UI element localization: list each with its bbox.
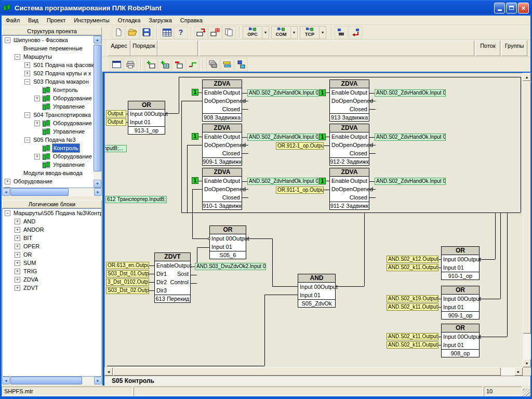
signal-target-tag[interactable]: AND.S02_ZdvHandOk.Input 01 xyxy=(247,134,318,141)
expand-icon[interactable]: + xyxy=(15,235,20,241)
tree-item-label[interactable]: OR xyxy=(22,250,33,259)
tree-item-label[interactable]: Контроль xyxy=(52,86,79,94)
scroll-thumb[interactable] xyxy=(10,188,69,196)
signal-source-tag[interactable]: Output xyxy=(106,110,126,117)
signal-target-tag[interactable]: AND.S03_DvuZdvOk2.Input 01 xyxy=(195,263,266,270)
tree-item-label[interactable]: OPER xyxy=(22,242,41,250)
collapse-icon[interactable]: − xyxy=(15,54,20,60)
expand-icon[interactable]: + xyxy=(5,179,10,184)
table-view-button[interactable] xyxy=(160,26,174,39)
tree-item[interactable]: +ANDOR xyxy=(3,225,101,234)
tree-item-label[interactable]: SUM xyxy=(22,259,37,267)
expand-icon[interactable]: + xyxy=(24,62,30,68)
compare-button[interactable] xyxy=(335,26,348,39)
scroll-thumb[interactable] xyxy=(523,82,531,334)
signal-target-tag[interactable]: AND.S02_ZdvHandOk.Input 00 xyxy=(247,89,318,97)
fbd-block-zdva[interactable]: ZDVAEnableOutputDoOpenOpenedClosed913 За… xyxy=(329,79,369,122)
com-connection-button[interactable]: COM xyxy=(271,26,291,39)
signal-target-tag[interactable]: AND.S02_ZdvHandOk.Input 04 xyxy=(375,134,446,141)
tree-item[interactable]: +SUM xyxy=(3,259,101,267)
scroll-down-icon[interactable]: ▼ xyxy=(94,180,101,188)
tree-item[interactable]: +ZDVT xyxy=(3,284,101,292)
signal-source-tag[interactable]: AND.S02_k11.Output xyxy=(387,341,438,349)
constant-one-tag[interactable]: 1 xyxy=(319,134,326,140)
tree-item[interactable]: −Маршруты xyxy=(3,52,101,61)
tree-item[interactable]: Управление xyxy=(3,161,101,169)
project-tree-hscrollbar[interactable]: ◄ ► xyxy=(2,188,102,196)
fbd-block-zdva[interactable]: ZDVAEnableOutputDoOpenOpenedClosed910-1 … xyxy=(202,168,242,210)
tree-item[interactable]: Управление xyxy=(3,102,101,111)
menu-item-инструменты[interactable]: Инструменты xyxy=(70,16,114,25)
maximize-button[interactable] xyxy=(506,3,517,14)
signal-source-tag[interactable]: Output xyxy=(106,118,126,126)
collapse-icon[interactable]: − xyxy=(24,79,30,85)
tree-item[interactable]: +Оборудование xyxy=(3,177,101,185)
delete-block-button[interactable] xyxy=(172,58,185,71)
tree-item[interactable]: −S05 Подача №3 xyxy=(3,136,101,144)
active-sheet-label[interactable]: S05 Контроль xyxy=(112,377,154,384)
import-block-button[interactable] xyxy=(194,26,208,39)
menu-item-вид[interactable]: Вид xyxy=(24,16,43,25)
expand-icon[interactable]: + xyxy=(15,277,20,283)
tree-item-label[interactable]: Маршруты xyxy=(22,52,53,61)
open-file-button[interactable] xyxy=(126,26,139,39)
column-flow-button[interactable]: Поток xyxy=(475,41,500,56)
constant-one-tag[interactable]: 1 xyxy=(192,177,198,184)
fbd-block-and[interactable]: ANDInput 00OutputInput 01S05_ZdvOk xyxy=(298,274,336,308)
tree-item[interactable]: Модули ввода-вывода xyxy=(3,169,101,177)
tree-item[interactable]: Контроль xyxy=(3,144,101,152)
tree-item-label[interactable]: ANDOR xyxy=(22,225,45,234)
tree-item-label[interactable]: Модули ввода-вывода xyxy=(22,169,84,177)
menu-item-проект[interactable]: Проект xyxy=(43,16,70,25)
collapse-icon[interactable]: − xyxy=(5,37,10,43)
com-dropdown-arrow[interactable]: ▼ xyxy=(291,26,298,39)
fbd-block-or[interactable]: ORInput 00OutputInput 01908_op xyxy=(441,324,480,357)
tree-item-label[interactable]: ZDVT xyxy=(22,284,39,292)
expand-icon[interactable]: + xyxy=(24,71,30,76)
expand-icon[interactable]: + xyxy=(15,219,20,224)
signal-target-tag[interactable]: AND.S02_ZdvHandOk.Input 02 xyxy=(247,178,318,185)
tree-item-label[interactable]: AND xyxy=(22,217,36,225)
tree-item[interactable]: −Маршруты\S05 Подача №3\Контр xyxy=(3,209,101,217)
tree-item-label[interactable]: Управление xyxy=(52,161,86,169)
add-block-button[interactable] xyxy=(144,58,157,71)
tree-item-label[interactable]: Оборудование xyxy=(12,177,54,185)
tree-item[interactable]: +ZDVA xyxy=(3,275,101,284)
expand-icon[interactable]: + xyxy=(15,252,20,258)
tree-item[interactable]: Контроль xyxy=(3,86,101,94)
project-tree-vscrollbar[interactable]: ▲ ▼ xyxy=(94,36,101,188)
signal-source-tag[interactable]: AND.S02_k11.Output xyxy=(387,264,438,271)
tree-item-label[interactable]: Оборудование xyxy=(52,119,93,127)
fbd-block-or[interactable]: ORInput 00OutputInput 01909-1_op xyxy=(441,286,480,320)
fbd-canvas[interactable]: ORInput 00OutputInput 01913-1_opZDVAEnab… xyxy=(104,73,523,367)
signal-target-tag[interactable]: 612 Транспортер.InputB;... xyxy=(105,196,167,203)
tree-item[interactable]: −Шипуново - Фасовка xyxy=(3,36,101,44)
signal-source-tag[interactable]: S03_Dst_02.Output xyxy=(106,287,149,294)
tree-item[interactable]: +S01 Подача на фасовк xyxy=(3,61,101,69)
resize-grip[interactable] xyxy=(523,389,530,396)
tree-item-label[interactable]: Шипуново - Фасовка xyxy=(12,36,69,44)
scroll-left-icon[interactable]: ◄ xyxy=(2,377,10,384)
tree-item-label[interactable]: Внешние переменные xyxy=(22,44,84,52)
tree-item-label[interactable]: Оборудование xyxy=(52,94,93,102)
signal-source-tag[interactable]: AND.S02_k11.Output xyxy=(387,303,438,311)
tree-item-label[interactable]: Оборудование xyxy=(52,152,93,161)
collapse-icon[interactable]: − xyxy=(5,210,10,216)
scroll-left-icon[interactable]: ◄ xyxy=(104,367,113,376)
tree-item-label[interactable]: Управление xyxy=(52,102,86,111)
opc-dropdown-arrow[interactable]: ▼ xyxy=(262,26,269,39)
fbd-block-zdva[interactable]: ZDVAEnableOutputDoOpenOpenedClosed911-2 … xyxy=(329,168,369,210)
signal-source-tag[interactable]: OR.912-1_op.Output xyxy=(276,142,324,150)
tree-item-label[interactable]: S02 Подача крупы и х xyxy=(32,69,92,77)
fbd-block-zdva[interactable]: ZDVAEnableOutputDoOpenOpenedClosed912-2 … xyxy=(329,124,369,166)
signal-source-tag[interactable]: S03_Dst_01.Output xyxy=(106,270,149,277)
scroll-right-icon[interactable]: ► xyxy=(94,377,102,384)
tree-item-label[interactable]: S01 Подача на фасовк xyxy=(32,61,95,69)
scroll-thumb[interactable] xyxy=(10,377,82,384)
scroll-left-icon[interactable]: ◄ xyxy=(2,188,10,196)
menu-item-справка[interactable]: Справка xyxy=(176,16,207,25)
tree-item[interactable]: Управление xyxy=(3,127,101,136)
signal-target-tag[interactable]: InputB;... xyxy=(104,145,127,152)
print-button[interactable] xyxy=(124,58,137,71)
fbd-block-or[interactable]: ORInput 00OutputInput 01913-1_op xyxy=(128,101,165,135)
